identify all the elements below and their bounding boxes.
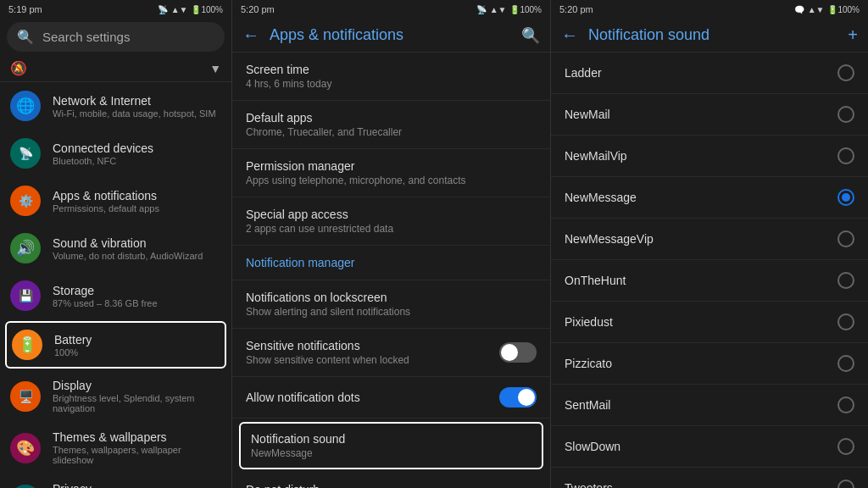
privacy-icon: 👁 [10,485,41,489]
back-arrow-icon[interactable]: ← [242,25,259,45]
permission-manager-title: Permission manager [246,159,537,173]
sensitive-notif-subtitle: Show sensitive content when locked [246,354,409,366]
collapse-row[interactable]: 🔕 ▼ [0,55,231,82]
notif-sound-subtitle: NewMessage [251,447,531,459]
mid-item-notif-manager[interactable]: Notification manager [232,246,550,280]
sidebar-item-network[interactable]: 🌐 Network & Internet Wi-Fi, mobile, data… [0,82,231,130]
sidebar-item-sound[interactable]: 🔊 Sound & vibration Volume, do not distu… [0,225,231,272]
battery-subtitle: 100% [54,347,220,358]
mid-item-notif-sound[interactable]: Notification sound NewMessage [239,422,543,469]
sidebar-item-privacy[interactable]: 👁 Privacy Permissions, account activity,… [0,474,231,488]
default-apps-title: Default apps [246,111,537,125]
radio-btn-pizzicato[interactable] [837,355,854,372]
mid-item-notif-lockscreen[interactable]: Notifications on lockscreen Show alertin… [232,280,550,329]
notif-sound-title: Notification sound [251,432,531,446]
mid-item-do-not-disturb[interactable]: Do not disturb Off [232,473,550,488]
radio-btn-newmessage[interactable] [837,189,854,206]
mid-item-special-access[interactable]: Special app access 2 apps can use unrest… [232,197,550,246]
sound-name-onthehunt: OnTheHunt [565,274,626,287]
apps-title: Apps & notifications [53,189,221,202]
search-label: Search settings [42,30,130,44]
connected-subtitle: Bluetooth, NFC [53,156,221,166]
mid-item-default-apps[interactable]: Default apps Chrome, Truecaller, and Tru… [232,101,550,149]
sound-name-tweeters: Tweeters [565,481,613,488]
sound-item-newmessage[interactable]: NewMessage [551,177,868,219]
left-status-icons: 📡 ▲▼ 🔋100% [158,5,223,14]
right-header-title: Notification sound [588,26,837,44]
sound-name-slowdown: SlowDown [565,440,620,453]
sound-item-tweeters[interactable]: Tweeters [551,468,868,488]
radio-btn-ladder[interactable] [837,64,854,81]
sound-item-ladder[interactable]: Ladder [551,53,868,94]
mid-item-permission-manager[interactable]: Permission manager Apps using telephone,… [232,149,550,197]
sound-item-newmailvip[interactable]: NewMailVip [551,136,868,177]
right-header: ← Notification sound + [551,19,868,53]
notif-lockscreen-subtitle: Show alerting and silent notifications [246,306,537,318]
storage-title: Storage [53,284,221,297]
mid-panel: 5:20 pm 📡 ▲▼ 🔋100% ← Apps & notification… [232,0,551,488]
apps-icon: ⚙️ [10,186,41,216]
sidebar-item-connected[interactable]: 📡 Connected devices Bluetooth, NFC [0,130,231,177]
battery-title: Battery [54,333,220,347]
apps-subtitle: Permissions, default apps [53,203,221,214]
special-access-subtitle: 2 apps can use unrestricted data [246,223,537,235]
add-icon[interactable]: + [848,25,858,45]
sound-name-ladder: Ladder [565,66,602,80]
sidebar-item-themes[interactable]: 🎨 Themes & wallpapers Themes, wallpapers… [0,422,231,474]
sound-item-newmail[interactable]: NewMail [551,94,868,136]
radio-btn-onthehunt[interactable] [837,272,854,289]
sound-name-newmail: NewMail [565,108,610,121]
radio-btn-newmessagevip[interactable] [837,230,854,247]
sound-list: Ladder NewMail NewMailVip NewMessage New… [551,53,868,488]
toggle-knob-on [518,389,535,406]
mid-status-time: 5:20 pm [241,4,275,14]
sidebar-item-display[interactable]: 🖥️ Display Brightness level, Splendid, s… [0,370,231,422]
radio-btn-pixiedust[interactable] [837,313,854,330]
sound-item-slowdown[interactable]: SlowDown [551,426,868,468]
sound-item-pixiedust[interactable]: Pixiedust [551,302,868,343]
sound-item-onthehunt[interactable]: OnTheHunt [551,260,868,302]
display-subtitle: Brightness level, Splendid, system navig… [53,393,221,413]
radio-btn-newmailvip[interactable] [837,147,854,164]
sidebar-item-battery[interactable]: 🔋 Battery 100% [5,321,226,369]
mid-header: ← Apps & notifications 🔍 [232,19,550,53]
sound-title: Sound & vibration [53,236,221,250]
right-back-arrow-icon[interactable]: ← [561,25,578,45]
radio-btn-tweeters[interactable] [837,480,854,488]
mid-search-icon[interactable]: 🔍 [521,26,540,45]
mid-item-notif-dots[interactable]: Allow notification dots [232,377,550,419]
toggle-knob [501,344,518,361]
connected-title: Connected devices [53,141,221,155]
sound-icon: 🔊 [10,233,41,263]
themes-subtitle: Themes, wallpapers, wallpaper slideshow [53,445,221,465]
sound-item-newmessagevip[interactable]: NewMessageVip [551,219,868,260]
sound-name-newmessage: NewMessage [565,191,637,204]
radio-btn-sentmail[interactable] [837,396,854,413]
chevron-down-icon: ▼ [209,62,221,75]
mid-item-sensitive-notif[interactable]: Sensitive notifications Show sensitive c… [232,329,550,377]
radio-btn-slowdown[interactable] [837,438,854,455]
sidebar-item-apps[interactable]: ⚙️ Apps & notifications Permissions, def… [0,177,231,225]
mute-icon: 🔕 [10,60,27,76]
sound-name-newmessagevip: NewMessageVip [565,232,654,246]
themes-title: Themes & wallpapers [53,430,221,444]
settings-list: 🌐 Network & Internet Wi-Fi, mobile, data… [0,82,231,488]
mid-status-bar: 5:20 pm 📡 ▲▼ 🔋100% [232,0,550,19]
sidebar-item-storage[interactable]: 💾 Storage 87% used – 8.36 GB free [0,272,231,319]
mid-item-screen-time[interactable]: Screen time 4 hrs, 6 mins today [232,53,550,101]
notif-lockscreen-title: Notifications on lockscreen [246,291,537,304]
sound-item-pizzicato[interactable]: Pizzicato [551,343,868,385]
sound-item-sentmail[interactable]: SentMail [551,385,868,426]
connected-icon: 📡 [10,138,41,169]
display-icon: 🖥️ [10,381,41,412]
left-panel: 5:19 pm 📡 ▲▼ 🔋100% 🔍 Search settings 🔕 ▼… [0,0,232,488]
network-subtitle: Wi-Fi, mobile, data usage, hotspot, SIM [53,108,221,119]
left-status-bar: 5:19 pm 📡 ▲▼ 🔋100% [0,0,231,19]
notif-dots-toggle[interactable] [499,387,537,408]
sound-name-newmailvip: NewMailVip [565,149,627,163]
right-status-icons: 🗨️ ▲▼ 🔋100% [794,5,860,14]
do-not-disturb-title: Do not disturb [246,483,537,488]
radio-btn-newmail[interactable] [837,106,854,123]
sensitive-notif-toggle[interactable] [499,342,537,363]
search-bar[interactable]: 🔍 Search settings [7,22,225,52]
